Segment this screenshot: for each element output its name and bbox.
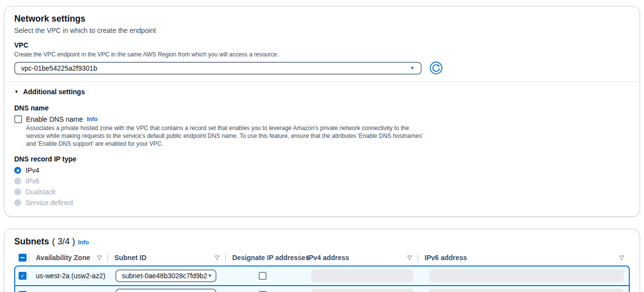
column-label: IPv6 address [418,254,467,262]
column-label: Availability Zone [29,254,90,262]
subnet-id-value: subnet-0ae48b3028c7fd9b2 [122,272,207,280]
radio-option-label: Service defined [26,199,73,207]
filter-icon[interactable]: ▽ [215,254,219,261]
row-cell-ipv6 [418,289,629,292]
radio-disabled-icon [14,178,21,185]
refresh-button[interactable] [429,61,443,75]
radio-option-service-defined: Service defined [14,199,630,207]
vpc-select[interactable]: vpc-01be54225a2f9301b ▼ [14,62,422,75]
dns-record-ip-type-radio-group: IPv4 IPv6 Dualstack Service defined [14,166,630,207]
dns-record-ip-type-label: DNS record IP type [14,155,630,163]
filter-icon[interactable]: ▽ [407,254,412,261]
column-label: IPv4 address [300,254,349,262]
header-cell-subnet-id: Subnet ID ▽ [107,251,225,265]
additional-settings-label: Additional settings [23,88,85,96]
dns-name-label: DNS name [14,104,630,112]
row-cell-subnet: subnet-0ae48b3028c7fd9b2 ▼ [107,269,225,282]
radio-option-label: Dualstack [26,188,55,196]
card-subtitle: Select the VPC in which to create the en… [14,26,630,35]
filter-icon[interactable]: ▽ [97,254,102,261]
row-checkbox[interactable]: ✓ [19,272,27,280]
row-cell-ipv4 [300,289,418,292]
subnets-table-header: Availability Zone ▽ Subnet ID ▽ Designat… [14,251,630,265]
radio-option-ipv6: IPv6 [14,177,630,185]
ipv6-address-placeholder [429,289,624,292]
row-cell-ipv4 [300,269,418,282]
column-label: Designate IP addresses [225,254,309,262]
chevron-down-icon: ▼ [207,273,212,278]
header-cell-availability-zone: Availability Zone ▽ [29,251,107,265]
filter-icon[interactable]: ▽ [619,254,624,261]
header-cell-ipv4-address: IPv4 address ▽ [300,251,418,265]
ipv6-address-placeholder [429,269,624,282]
ipv4-address-placeholder [311,289,413,292]
table-row: ✓ us-west-2b (usw2-az1) subnet-0da6622c5… [15,285,629,292]
subnets-table-body: ✓ us-west-2a (usw2-az2) subnet-0ae48b302… [14,265,630,292]
vpc-description: Create the VPC endpoint in the VPC in th… [14,51,630,58]
network-settings-card: Network settings Select the VPC in which… [4,6,640,217]
radio-selected-icon[interactable] [14,167,21,174]
vpc-select-value: vpc-01be54225a2f9301b [21,64,97,72]
enable-dns-name-label: Enable DNS name [26,115,83,123]
vpc-label: VPC [14,41,630,50]
column-label: Subnet ID [107,254,146,262]
subnets-card: Subnets ( 3/4 ) Info Availability Zone ▽… [4,229,640,292]
row-cell-subnet: subnet-0da6622c57b6c835e ▼ [107,289,225,292]
row-cell-ipv6 [418,269,629,282]
subnets-info-link[interactable]: Info [78,239,89,246]
subnets-title: Subnets [14,236,49,247]
radio-disabled-icon [14,199,21,206]
additional-settings-toggle[interactable]: ▼ Additional settings [14,88,630,96]
subnets-count: ( 3/4 ) [52,237,75,247]
table-row: ✓ us-west-2a (usw2-az2) subnet-0ae48b302… [15,266,629,285]
subnets-title-row: Subnets ( 3/4 ) Info [14,236,630,247]
designate-ip-checkbox[interactable] [259,272,267,280]
enable-dns-name-description: Associates a private hosted zone with th… [26,124,429,148]
chevron-down-icon: ▼ [410,66,415,71]
row-cell-designate [225,272,300,280]
radio-option-dualstack: Dualstack [14,188,630,196]
enable-dns-name-info-link[interactable]: Info [87,116,98,123]
subnet-id-select[interactable]: subnet-0da6622c57b6c835e ▼ [115,289,216,292]
refresh-icon [429,61,443,75]
enable-dns-name-row: Enable DNS name Info [14,115,630,123]
ipv4-address-placeholder [311,269,413,282]
row-cell-select: ✓ [15,272,29,280]
select-all-checkbox[interactable] [19,254,27,262]
header-cell-designate-ip: Designate IP addresses [225,251,300,265]
availability-zone-value: us-west-2a (usw2-az2) [29,272,107,280]
header-cell-ipv6-address: IPv6 address ▽ [418,251,630,265]
header-cell-select [14,251,29,265]
vpc-select-row: vpc-01be54225a2f9301b ▼ [14,61,630,75]
expand-arrow-icon: ▼ [14,90,19,94]
radio-disabled-icon [14,188,21,195]
radio-option-label: IPv6 [26,177,39,185]
enable-dns-name-checkbox[interactable] [14,115,22,123]
subnet-id-select[interactable]: subnet-0ae48b3028c7fd9b2 ▼ [115,269,216,282]
radio-option-label: IPv4 [26,166,39,174]
radio-option-ipv4: IPv4 [14,166,630,174]
page-title: Network settings [14,13,630,24]
